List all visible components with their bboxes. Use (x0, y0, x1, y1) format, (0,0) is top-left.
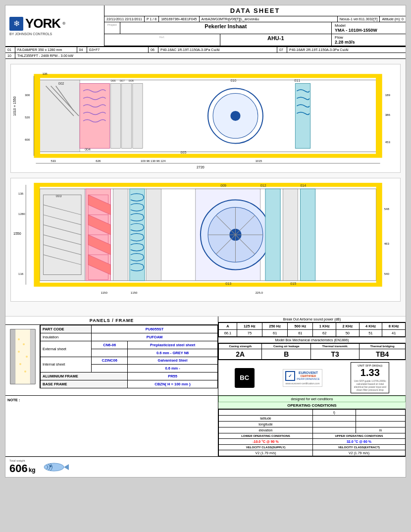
part-desc-04: G3+F7 (87, 47, 149, 53)
svg-text:626: 626 (96, 160, 101, 162)
eurovent-text: EUROVENT CERTIFIED PERFORMANCE (297, 371, 320, 380)
int-sheet-code: CZINC06 (92, 357, 128, 365)
svg-text:007: 007 (120, 79, 125, 82)
flow-value: 2.28 m3/s (335, 40, 355, 45)
scale-svg (42, 460, 69, 474)
part-num-06: 06 (149, 47, 158, 53)
logo-area: ❄ YORK® BY JOHNSON CONTROLS (5, 5, 104, 46)
mech-val-thermal: T3 (311, 349, 360, 360)
svg-text:225.0: 225.0 (256, 291, 263, 294)
base-frame-label: BASE FRAME (41, 380, 128, 388)
panel-diagram (5, 325, 40, 388)
project-label: Project (107, 23, 117, 26)
svg-text:2720: 2720 (197, 165, 205, 169)
svg-text:520: 520 (25, 116, 30, 119)
weight-unit: kg (29, 467, 36, 474)
svg-text:453: 453 (385, 141, 391, 144)
svg-rect-9 (111, 83, 121, 148)
mech-val-casing: 2A (219, 349, 262, 360)
note-section: NOTE : designed for wet conditions OPERA… (5, 396, 406, 457)
svg-rect-65 (146, 189, 161, 280)
sound-col-2k: 2 KHz (336, 323, 360, 330)
sfp-note: Unit SFP guide 1.07/N.2009c calculated b… (353, 379, 387, 391)
sound-header-row: A 125 Hz 250 Hz 500 Hz 1 KHz 2 KHz 4 KHz… (219, 323, 406, 330)
svg-rect-82 (36, 185, 40, 285)
svg-rect-79 (265, 189, 280, 280)
svg-rect-22 (36, 76, 40, 156)
op-val-lat-l (312, 416, 356, 422)
svg-text:008: 008 (129, 79, 134, 82)
svg-point-17 (230, 111, 240, 121)
total-weight-area: Total weight 606 kg (9, 459, 36, 475)
part-num-01: 01 (5, 47, 15, 53)
svg-text:100 96 130 96 124: 100 96 130 96 124 (141, 160, 166, 162)
svg-rect-97 (30, 329, 35, 384)
header-top: ❄ YORK® BY JOHNSON CONTROLS DATA SHEET 2… (5, 5, 406, 47)
system-value: ArrbA2WG3MTRqV06[T][L_arcvon&u (202, 17, 259, 21)
svg-marker-106 (64, 464, 69, 470)
op-label-lon: longitude (219, 422, 313, 427)
insulation-label: Insulation (41, 333, 92, 341)
panels-content: PART CODE PU6055ST Insulation PUFOAM Ext… (5, 325, 218, 388)
mech-val-bridging: TB4 (360, 349, 406, 360)
parts-row-2: 10 THLZ355FFT - 2469 RPM - 3.00 kW (5, 53, 406, 59)
svg-text:548: 548 (384, 208, 390, 211)
alu-frame-value: PR55 (128, 372, 218, 380)
mech-col-bridging: Thermal bridging (360, 344, 406, 349)
velocity-supply-label: VELOCITY CLASS(SUPPLY) (219, 445, 313, 450)
op-row-1: i) (219, 410, 406, 416)
op-val-lat-r (356, 416, 405, 422)
mech-col-leakage: Casing air leakage (262, 344, 311, 349)
part-code-row: PART CODE PU6055ST (41, 325, 218, 333)
note-label: NOTE : (7, 398, 20, 402)
ext-sheet-row: External sheet CN6-06 Preplasticized ste… (41, 341, 218, 349)
int-sheet-label: Internal sheet (41, 357, 92, 372)
velocity-extract-label: VELOCITY CLASS(EXTRACT) (312, 445, 405, 450)
alu-frame-row: ALUMINIUM FRAME PR55 (41, 372, 218, 380)
op-val-elev-r: m (356, 427, 405, 433)
page-cell: P 1 / 8 (145, 16, 159, 22)
svg-text:189: 189 (385, 94, 391, 97)
velocity-supply-value: V2 (1.79 m/s) (219, 450, 313, 456)
svg-rect-81 (300, 189, 315, 280)
scale-icon (41, 460, 70, 475)
svg-text:116: 116 (18, 272, 24, 275)
mech-val-leakage: B (262, 349, 311, 360)
svg-text:015: 015 (290, 282, 296, 285)
ahu-name: AHU-1 (220, 34, 332, 46)
sound-val-125: 75 (237, 330, 262, 337)
op-row-lon: longitude (219, 422, 406, 427)
insulation-value: PUFOAM (92, 333, 218, 341)
model-name: YMA - 1010H-1550W (335, 28, 377, 33)
svg-rect-83 (376, 185, 380, 285)
mech-col-thermal: Thermal transmitt. (311, 344, 360, 349)
svg-text:300: 300 (25, 94, 30, 97)
altitude-value: Altitude (m): 0 (382, 17, 404, 21)
svg-text:1015: 1015 (256, 160, 262, 162)
part-code-label: PART CODE (41, 325, 92, 333)
lower-temp-value: -10.0 °C @ 90 % (219, 439, 313, 445)
snowflake-icon: ❄ (9, 17, 23, 31)
lower-conditions-label: LOWER OPERATING CONDITIONS (219, 433, 313, 439)
drawing-bottom-view: 003 (10, 178, 401, 302)
header-meta: 22/11/2011 22/11/2011 P 1 / 8 185169736I… (104, 16, 406, 22)
svg-rect-11 (133, 83, 143, 148)
svg-rect-10 (122, 83, 132, 148)
dates-value: 22/11/2011 22/11/2011 (106, 17, 142, 21)
int-sheet-empty (92, 365, 128, 372)
svg-text:010: 010 (230, 79, 236, 82)
ext-sheet-code: CN6-06 (92, 341, 128, 349)
flow-label: Flow (335, 35, 343, 40)
footer-section: Total weight 606 kg (5, 457, 406, 477)
svg-text:011: 011 (294, 79, 300, 82)
sfp-area: UNIT SFP (W/(l/s)) 1.33 Unit SFP guide 1… (351, 362, 389, 393)
mech-header-row: Casing strength Casing air leakage Therm… (219, 344, 406, 349)
upper-conditions-label: UPPER OPERATING CONDITIONS (312, 433, 405, 439)
svg-text:012: 012 (260, 184, 266, 187)
alu-frame-label: ALUMINIUM FRAME (41, 372, 128, 380)
svg-text:006: 006 (111, 79, 116, 82)
svg-point-100 (23, 343, 25, 345)
op-row-temps: -10.0 °C @ 90 % 32.0 °C @ 60 % (219, 439, 406, 445)
svg-point-105 (44, 463, 64, 471)
op-row-elev: elevation m (219, 427, 406, 433)
